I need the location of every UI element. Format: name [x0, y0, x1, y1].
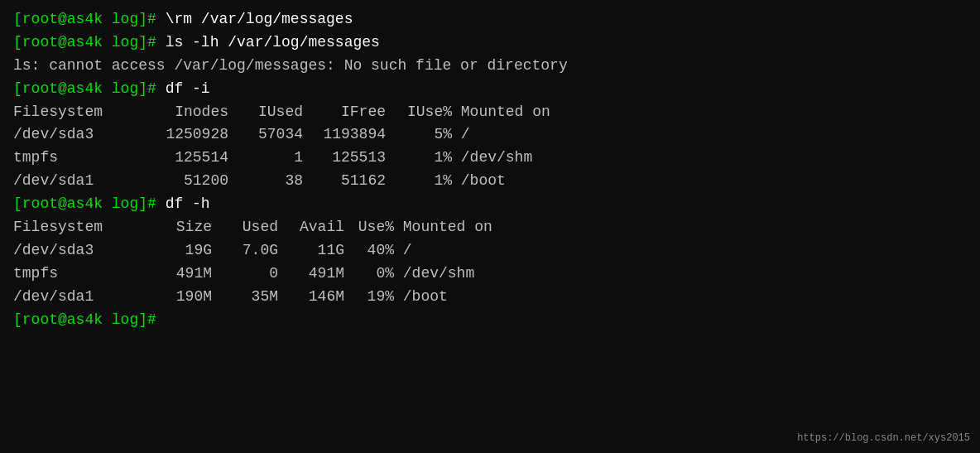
command-4: df -i [166, 78, 210, 101]
df-h-header-text: Filesystem Size Used Avail Use% Mounted … [13, 216, 492, 239]
df-h-row-3-text: /dev/sda1 190M 35M 146M 19% /boot [13, 286, 448, 309]
terminal-line-1: [root@as4k log]# \rm /var/log/messages [13, 8, 967, 31]
terminal-line-2: [root@as4k log]# ls -lh /var/log/message… [13, 31, 967, 55]
prompt-final: [root@as4k log]# [13, 309, 166, 332]
prompt-4: [root@as4k log]# [13, 78, 166, 101]
terminal-line-4: [root@as4k log]# df -i [13, 78, 967, 101]
terminal-window: [root@as4k log]# \rm /var/log/messages [… [0, 0, 980, 453]
df-h-row-2: tmpfs 491M 0 491M 0% /dev/shm [13, 263, 967, 286]
command-1: \rm /var/log/messages [166, 8, 353, 31]
df-i-row-1-text: /dev/sda31250928 57034 1193894 5% / [13, 123, 470, 147]
command-dfh: df -h [166, 193, 210, 216]
df-h-row-3: /dev/sda1 190M 35M 146M 19% /boot [13, 286, 967, 309]
prompt-1: [root@as4k log]# [13, 8, 166, 31]
df-i-row-2-text: tmpfs 125514 1 125513 1% /dev/shm [13, 147, 532, 170]
terminal-line-3: ls: cannot access /var/log/messages: No … [13, 55, 967, 78]
df-i-row-2: tmpfs 125514 1 125513 1% /dev/shm [13, 147, 967, 170]
df-i-header: FilesystemInodes IUsed IFree IUse% Mount… [13, 101, 967, 124]
df-h-row-2-text: tmpfs 491M 0 491M 0% /dev/shm [13, 263, 474, 286]
command-2: ls -lh /var/log/messages [166, 31, 380, 55]
df-h-row-1-text: /dev/sda3 19G 7.0G 11G 40% / [13, 239, 412, 263]
watermark: https://blog.csdn.net/xys2015 [797, 431, 970, 446]
terminal-line-final: [root@as4k log]# [13, 309, 967, 332]
prompt-2: [root@as4k log]# [13, 31, 166, 55]
df-i-header-text: FilesystemInodes IUsed IFree IUse% Mount… [13, 101, 550, 124]
error-output: ls: cannot access /var/log/messages: No … [13, 55, 568, 78]
df-i-row-3-text: /dev/sda1 51200 38 51162 1% /boot [13, 170, 506, 193]
df-h-header: Filesystem Size Used Avail Use% Mounted … [13, 216, 967, 239]
df-h-row-1: /dev/sda3 19G 7.0G 11G 40% / [13, 239, 967, 263]
prompt-dfh: [root@as4k log]# [13, 193, 166, 216]
df-i-row-1: /dev/sda31250928 57034 1193894 5% / [13, 123, 967, 147]
terminal-line-df-h: [root@as4k log]# df -h [13, 193, 967, 216]
df-i-row-3: /dev/sda1 51200 38 51162 1% /boot [13, 170, 967, 193]
